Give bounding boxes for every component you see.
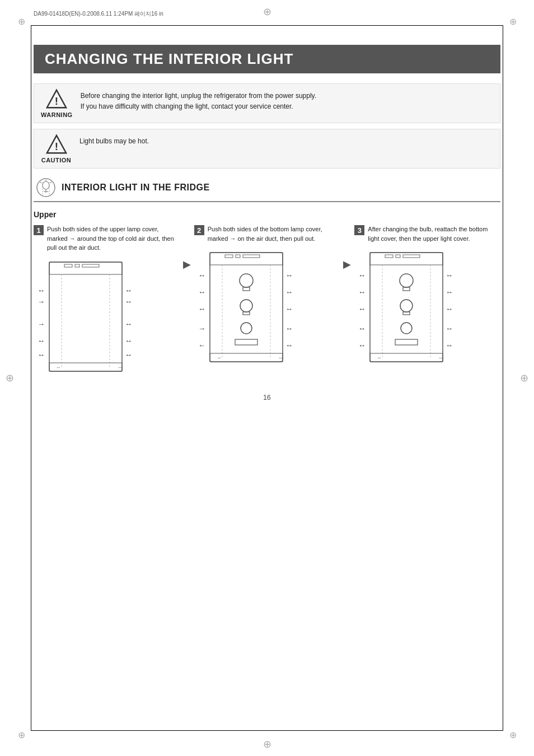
caution-text: Light bulbs may be hot. (79, 134, 149, 147)
warning-icon-area: ! WARNING (41, 88, 73, 118)
step-2-header: 2 Push both sides of the bottom lamp cov… (194, 225, 340, 243)
warning-triangle-icon: ! (46, 88, 67, 110)
svg-text:↔: ↔ (125, 286, 132, 295)
svg-text:↔: ↔ (198, 305, 205, 313)
svg-text:↔: ↔ (446, 324, 453, 333)
svg-text:↔: ↔ (358, 305, 366, 313)
svg-text:↔: ↔ (125, 337, 132, 345)
svg-point-64 (400, 274, 413, 287)
svg-text:↔: ↔ (198, 288, 205, 296)
caution-triangle-icon: ! (46, 134, 67, 155)
svg-text:↔: ↔ (125, 351, 132, 359)
fridge-diagram-3: ↔ ↔ ↔ ↔ ↔ ↔ ↔ ↔ ↔ ↔ ↔ ↔ (354, 250, 458, 367)
svg-text:↔: ↔ (118, 365, 123, 370)
svg-text:!: ! (55, 95, 58, 107)
section-header: INTERIOR LIGHT IN THE FRIDGE (34, 174, 500, 202)
step-3-number: 3 (354, 225, 364, 235)
step-3: 3 After changing the bulb, reattach the … (354, 225, 500, 367)
svg-rect-59 (370, 253, 443, 362)
svg-point-68 (401, 323, 412, 334)
svg-text:→: → (198, 324, 205, 333)
svg-text:↔: ↔ (285, 341, 293, 349)
svg-point-40 (240, 300, 252, 312)
svg-text:↔: ↔ (285, 324, 293, 333)
svg-text:↔: ↔ (285, 288, 293, 296)
svg-text:↔: ↔ (125, 297, 132, 306)
svg-text:↔: ↔ (38, 337, 45, 345)
svg-text:↔: ↔ (217, 355, 222, 361)
svg-text:→: → (38, 297, 45, 306)
svg-rect-63 (403, 255, 420, 258)
svg-rect-15 (64, 264, 72, 267)
step-arrow-2: ▶ (340, 225, 354, 270)
page-number: 16 (34, 394, 500, 402)
svg-text:↔: ↔ (278, 355, 283, 361)
warning-text: Before changing the interior light, unpl… (81, 88, 316, 112)
fridge-light-icon (36, 178, 56, 198)
svg-point-42 (241, 323, 252, 334)
svg-text:↔: ↔ (358, 324, 366, 333)
svg-text:↔: ↔ (358, 341, 366, 349)
svg-text:↔: ↔ (358, 271, 366, 279)
svg-rect-17 (82, 264, 99, 267)
svg-rect-33 (210, 253, 283, 362)
svg-rect-13 (49, 262, 122, 371)
svg-text:↔: ↔ (446, 288, 453, 296)
title-bar: CHANGING THE INTERIOR LIGHT (34, 45, 500, 73)
svg-rect-14 (49, 262, 122, 274)
svg-rect-16 (75, 264, 79, 267)
section-title: INTERIOR LIGHT IN THE FRIDGE (62, 183, 210, 193)
step-2-number: 2 (194, 225, 204, 235)
step-1: 1 Push both sides of the upper lamp cove… (34, 225, 180, 377)
svg-point-5 (43, 181, 49, 189)
svg-text:↔: ↔ (285, 305, 293, 313)
svg-text:→: → (38, 320, 45, 328)
caution-block: ! CAUTION Light bulbs may be hot. (34, 129, 500, 169)
svg-rect-36 (236, 255, 240, 258)
warning-block: ! WARNING Before changing the interior l… (34, 83, 500, 123)
svg-point-66 (400, 300, 413, 312)
svg-text:↔: ↔ (285, 271, 293, 279)
svg-line-12 (40, 182, 41, 183)
file-header: DA99-01418D(EN)-0.2008.6.11 1:24PM 페이지16… (34, 10, 163, 18)
fridge-diagram-2: ↔ ↔ ↔ → ← ↔ ↔ ↔ ↔ ↔ ↔ ↔ (194, 250, 298, 367)
svg-text:↔: ↔ (125, 320, 132, 328)
step-1-number: 1 (34, 225, 44, 235)
svg-text:←: ← (198, 341, 205, 349)
svg-text:↔: ↔ (446, 341, 453, 349)
caution-label: CAUTION (41, 157, 72, 164)
caution-icon-area: ! CAUTION (41, 134, 72, 164)
step-2-text: Push both sides of the bottom lamp cover… (208, 225, 340, 243)
svg-text:↔: ↔ (446, 271, 453, 279)
svg-text:!: ! (54, 141, 58, 152)
svg-text:↔: ↔ (358, 288, 366, 296)
page-title: CHANGING THE INTERIOR LIGHT (45, 50, 489, 68)
steps-row: 1 Push both sides of the upper lamp cove… (34, 225, 500, 377)
step-1-text: Push both sides of the upper lamp cover,… (47, 225, 180, 253)
svg-text:↔: ↔ (198, 271, 205, 279)
svg-text:↔: ↔ (377, 355, 382, 361)
svg-rect-39 (243, 287, 250, 291)
svg-rect-65 (403, 287, 410, 291)
step-3-header: 3 After changing the bulb, reattach the … (354, 225, 500, 243)
svg-rect-62 (396, 255, 400, 258)
subsection-upper-title: Upper (34, 210, 500, 219)
svg-rect-35 (225, 255, 233, 258)
svg-rect-34 (210, 253, 283, 265)
step-3-text: After changing the bulb, reattach the bo… (368, 225, 500, 243)
svg-text:↔: ↔ (38, 286, 45, 295)
step-arrow-1: ▶ (180, 225, 194, 270)
fridge-diagram-1: ↔ → → ↔ ↔ ↔ ↔ ↔ ↔ ↔ ↔ (34, 259, 137, 377)
svg-text:↔: ↔ (38, 351, 45, 359)
svg-rect-61 (385, 255, 393, 258)
svg-rect-69 (395, 339, 418, 345)
svg-point-38 (240, 274, 253, 287)
svg-line-11 (50, 182, 51, 183)
svg-rect-43 (235, 339, 257, 345)
svg-text:↔: ↔ (446, 305, 453, 313)
step-1-header: 1 Push both sides of the upper lamp cove… (34, 225, 180, 253)
step-2: 2 Push both sides of the bottom lamp cov… (194, 225, 340, 367)
svg-text:↔: ↔ (438, 355, 443, 361)
warning-label: WARNING (41, 111, 73, 118)
svg-text:↔: ↔ (56, 365, 61, 370)
